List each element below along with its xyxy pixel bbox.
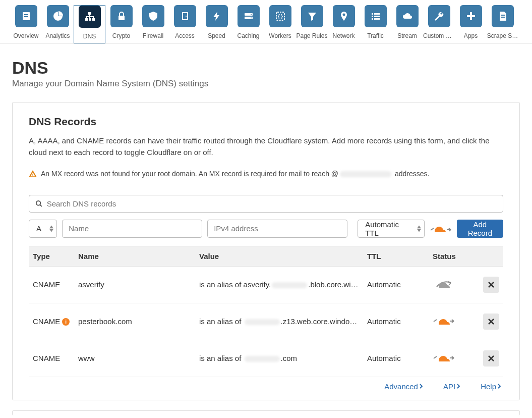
nav-item-page-rules[interactable]: Page Rules [296,5,328,43]
cell-status[interactable] [429,303,479,340]
svg-text:{}: {} [277,14,283,19]
proxy-status-toggle[interactable] [430,223,452,234]
nav-item-analytics[interactable]: Analytics [42,5,74,43]
cell-ttl: Automatic [363,266,429,303]
nav-item-overview[interactable]: Overview [10,5,42,43]
cell-status[interactable] [429,266,479,303]
nav-label: Crypto [112,32,130,39]
cloud-icon [396,5,419,27]
redacted-domain [340,171,391,177]
nav-item-custom-p-[interactable]: Custom P… [423,5,455,43]
col-name: Name [74,246,195,266]
nav-item-stream[interactable]: Stream [391,5,423,43]
close-icon [488,319,494,325]
search-box[interactable] [29,195,503,213]
nav-item-speed[interactable]: Speed [201,5,232,43]
braces-icon: {} [269,5,291,27]
table-row[interactable]: CNAMEi pesterbook.com is an alias of .z1… [29,303,503,340]
nav-label: Overview [13,32,38,39]
nav-label: Scrape S… [487,32,518,39]
cell-ttl: Automatic [363,303,429,340]
nav-label: Page Rules [296,32,327,39]
stepper-icon [417,225,421,232]
nav-item-crypto[interactable]: Crypto [105,5,137,43]
info-icon[interactable]: i [62,318,70,326]
col-value: Value [195,246,363,266]
svg-point-13 [251,14,252,15]
svg-rect-25 [467,15,475,17]
record-name-input[interactable] [62,220,202,238]
svg-rect-23 [374,18,380,20]
card-description: A, AAAA, and CNAME records can have thei… [29,135,503,159]
close-icon [488,282,494,288]
list-icon [365,5,387,27]
nav-item-traffic[interactable]: Traffic [360,5,391,43]
svg-point-17 [342,14,345,16]
svg-point-10 [186,16,187,17]
api-link[interactable]: API [443,382,460,391]
svg-rect-19 [374,13,380,15]
redacted-value [272,282,307,288]
page-icon [492,5,514,27]
svg-rect-22 [372,18,373,20]
delete-record-button[interactable] [483,314,499,330]
svg-rect-20 [372,16,373,17]
delete-record-button[interactable] [483,277,499,293]
nav-label: DNS [83,33,96,40]
nav-item-workers[interactable]: {}Workers [264,5,296,43]
nav-item-network[interactable]: Network [328,5,360,43]
nav-item-apps[interactable]: Apps [455,5,487,43]
help-link[interactable]: Help [481,382,501,391]
add-record-button[interactable]: Add Record [457,220,503,238]
nav-label: Custom P… [423,32,455,39]
cell-type: CNAME [29,340,74,377]
nav-item-dns[interactable]: DNS [74,5,105,43]
nav-label: Firewall [143,32,163,39]
warning-icon [29,170,37,178]
dns-records-card: DNS Records A, AAAA, and CNAME records c… [12,102,520,400]
svg-rect-26 [501,15,505,16]
svg-rect-5 [89,18,91,21]
nav-item-scrape-s-[interactable]: Scrape S… [487,5,518,43]
sitemap-icon [79,6,101,28]
svg-point-28 [36,201,41,205]
table-row[interactable]: CNAME asverify is an alias of asverify..… [29,266,503,303]
card-title: DNS Records [29,116,503,128]
nav-label: Network [332,32,354,39]
page-body: DNS Manage your Domain Name System (DNS)… [0,44,532,418]
record-ttl-select[interactable]: Automatic TTL [358,220,424,238]
cell-name: www [74,340,195,377]
wrench-icon [428,5,450,27]
svg-point-14 [251,18,252,19]
delete-record-button[interactable] [483,350,499,367]
svg-rect-2 [24,16,28,17]
advanced-link[interactable]: Advanced [384,382,423,391]
nav-item-firewall[interactable]: Firewall [137,5,169,43]
search-input[interactable] [47,199,497,208]
funnel-icon [301,5,323,27]
lock-icon [110,5,133,27]
cell-value: is an alias of .com [195,340,363,377]
nav-item-caching[interactable]: Caching [232,5,264,43]
redacted-value [245,356,280,362]
col-type: Type [29,246,74,266]
record-type-select[interactable]: A [29,220,57,238]
doc-icon [15,5,37,27]
drive-icon [238,5,260,27]
cell-status[interactable] [429,340,479,377]
cell-value: is an alias of .z13.web.core.windo… [195,303,363,340]
col-status: Status [429,246,479,266]
plus-icon [460,5,482,27]
cell-name: asverify [74,266,195,303]
door-icon [174,5,196,27]
pie-icon [47,5,69,27]
svg-rect-18 [372,13,373,15]
record-value-input[interactable] [207,220,347,238]
nav-label: Speed [208,32,225,39]
warning-text: An MX record was not found for your root… [41,170,429,178]
cell-type: CNAMEi [29,303,74,340]
cell-type: CNAME [29,266,74,303]
nav-item-access[interactable]: Access [169,5,201,43]
page-subtitle: Manage your Domain Name System (DNS) set… [12,79,520,89]
table-row[interactable]: CNAME www is an alias of .com Automatic [29,340,503,377]
